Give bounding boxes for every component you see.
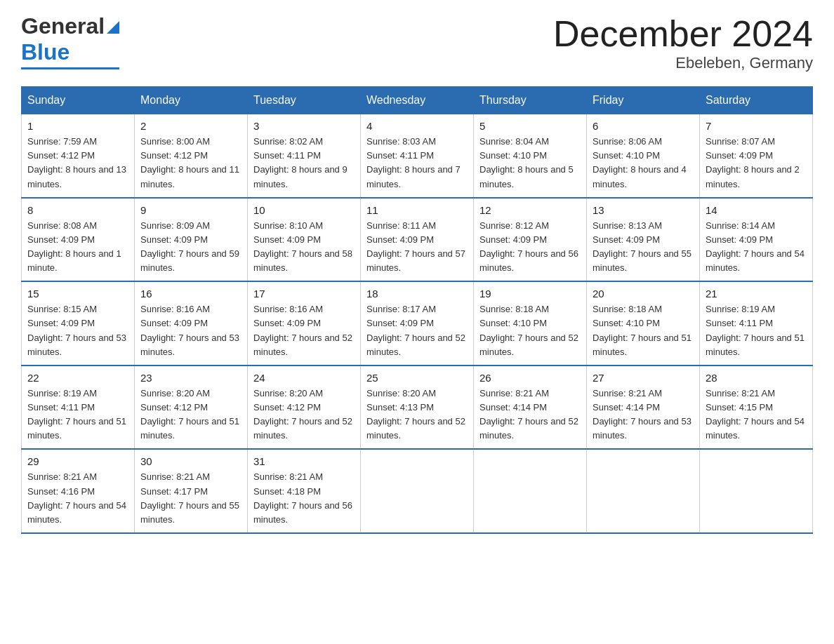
table-row: 21 Sunrise: 8:19 AM Sunset: 4:11 PM Dayl… (700, 281, 813, 365)
day-number: 30 (140, 455, 241, 467)
day-number: 21 (706, 288, 807, 300)
table-row: 15 Sunrise: 8:15 AM Sunset: 4:09 PM Dayl… (22, 281, 135, 365)
day-number: 28 (706, 372, 807, 384)
day-info: Sunrise: 8:21 AM Sunset: 4:14 PM Dayligh… (593, 387, 694, 443)
col-thursday: Thursday (474, 87, 587, 114)
table-row: 2 Sunrise: 8:00 AM Sunset: 4:12 PM Dayli… (135, 114, 248, 198)
day-info: Sunrise: 8:21 AM Sunset: 4:18 PM Dayligh… (253, 470, 355, 527)
calendar-week-row: 15 Sunrise: 8:15 AM Sunset: 4:09 PM Dayl… (22, 281, 813, 365)
calendar-week-row: 8 Sunrise: 8:08 AM Sunset: 4:09 PM Dayli… (22, 198, 813, 282)
table-row: 19 Sunrise: 8:18 AM Sunset: 4:10 PM Dayl… (474, 281, 587, 365)
logo-arrow-icon (107, 21, 119, 34)
day-number: 31 (253, 455, 355, 467)
day-info: Sunrise: 8:16 AM Sunset: 4:09 PM Dayligh… (140, 302, 241, 359)
table-row: 3 Sunrise: 8:02 AM Sunset: 4:11 PM Dayli… (248, 114, 361, 198)
day-number: 9 (140, 204, 241, 216)
day-info: Sunrise: 8:16 AM Sunset: 4:09 PM Dayligh… (253, 302, 355, 359)
logo-underline (21, 67, 119, 69)
table-row (587, 449, 700, 533)
calendar-month-year: December 2024 (553, 14, 813, 54)
day-info: Sunrise: 8:10 AM Sunset: 4:09 PM Dayligh… (253, 219, 355, 276)
table-row: 31 Sunrise: 8:21 AM Sunset: 4:18 PM Dayl… (248, 449, 361, 533)
day-number: 3 (253, 120, 355, 132)
calendar-header-row: Sunday Monday Tuesday Wednesday Thursday… (22, 87, 813, 114)
day-info: Sunrise: 8:19 AM Sunset: 4:11 PM Dayligh… (27, 387, 128, 443)
day-number: 6 (593, 120, 694, 132)
table-row: 24 Sunrise: 8:20 AM Sunset: 4:12 PM Dayl… (248, 365, 361, 450)
calendar-title-block: December 2024 Ebeleben, Germany (553, 14, 813, 72)
col-friday: Friday (587, 87, 700, 114)
table-row: 10 Sunrise: 8:10 AM Sunset: 4:09 PM Dayl… (248, 198, 361, 282)
table-row: 26 Sunrise: 8:21 AM Sunset: 4:14 PM Dayl… (474, 365, 587, 450)
logo: General Blue (21, 14, 119, 69)
day-info: Sunrise: 8:20 AM Sunset: 4:13 PM Dayligh… (366, 387, 468, 443)
logo-blue-text: Blue (21, 39, 70, 65)
table-row: 20 Sunrise: 8:18 AM Sunset: 4:10 PM Dayl… (587, 281, 700, 365)
day-info: Sunrise: 8:08 AM Sunset: 4:09 PM Dayligh… (27, 219, 128, 276)
day-number: 18 (366, 288, 468, 300)
day-info: Sunrise: 8:12 AM Sunset: 4:09 PM Dayligh… (479, 219, 581, 276)
table-row: 8 Sunrise: 8:08 AM Sunset: 4:09 PM Dayli… (22, 198, 135, 282)
day-number: 7 (706, 120, 807, 132)
table-row: 12 Sunrise: 8:12 AM Sunset: 4:09 PM Dayl… (474, 198, 587, 282)
table-row: 25 Sunrise: 8:20 AM Sunset: 4:13 PM Dayl… (361, 365, 474, 450)
calendar-week-row: 22 Sunrise: 8:19 AM Sunset: 4:11 PM Dayl… (22, 365, 813, 450)
table-row: 7 Sunrise: 8:07 AM Sunset: 4:09 PM Dayli… (700, 114, 813, 198)
day-number: 25 (366, 372, 468, 384)
col-sunday: Sunday (22, 87, 135, 114)
day-number: 14 (706, 204, 807, 216)
table-row (474, 449, 587, 533)
col-saturday: Saturday (700, 87, 813, 114)
day-info: Sunrise: 8:06 AM Sunset: 4:10 PM Dayligh… (593, 135, 694, 192)
day-info: Sunrise: 8:21 AM Sunset: 4:16 PM Dayligh… (27, 470, 128, 527)
calendar-table: Sunday Monday Tuesday Wednesday Thursday… (21, 86, 813, 534)
day-info: Sunrise: 8:00 AM Sunset: 4:12 PM Dayligh… (140, 135, 241, 192)
table-row: 23 Sunrise: 8:20 AM Sunset: 4:12 PM Dayl… (135, 365, 248, 450)
table-row: 30 Sunrise: 8:21 AM Sunset: 4:17 PM Dayl… (135, 449, 248, 533)
day-number: 23 (140, 372, 241, 384)
day-info: Sunrise: 8:19 AM Sunset: 4:11 PM Dayligh… (706, 302, 807, 359)
table-row: 4 Sunrise: 8:03 AM Sunset: 4:11 PM Dayli… (361, 114, 474, 198)
table-row: 17 Sunrise: 8:16 AM Sunset: 4:09 PM Dayl… (248, 281, 361, 365)
day-info: Sunrise: 8:20 AM Sunset: 4:12 PM Dayligh… (253, 387, 355, 443)
day-number: 5 (479, 120, 581, 132)
day-info: Sunrise: 8:18 AM Sunset: 4:10 PM Dayligh… (479, 302, 581, 359)
day-number: 1 (27, 120, 128, 132)
table-row: 22 Sunrise: 8:19 AM Sunset: 4:11 PM Dayl… (22, 365, 135, 450)
day-number: 15 (27, 288, 128, 300)
table-row (700, 449, 813, 533)
day-info: Sunrise: 8:11 AM Sunset: 4:09 PM Dayligh… (366, 219, 468, 276)
calendar-week-row: 29 Sunrise: 8:21 AM Sunset: 4:16 PM Dayl… (22, 449, 813, 533)
day-number: 11 (366, 204, 468, 216)
day-number: 2 (140, 120, 241, 132)
table-row (361, 449, 474, 533)
table-row: 14 Sunrise: 8:14 AM Sunset: 4:09 PM Dayl… (700, 198, 813, 282)
table-row: 28 Sunrise: 8:21 AM Sunset: 4:15 PM Dayl… (700, 365, 813, 450)
day-number: 13 (593, 204, 694, 216)
day-number: 19 (479, 288, 581, 300)
day-number: 12 (479, 204, 581, 216)
day-info: Sunrise: 8:17 AM Sunset: 4:09 PM Dayligh… (366, 302, 468, 359)
day-number: 29 (27, 455, 128, 467)
col-monday: Monday (135, 87, 248, 114)
day-number: 22 (27, 372, 128, 384)
col-tuesday: Tuesday (248, 87, 361, 114)
day-number: 20 (593, 288, 694, 300)
table-row: 9 Sunrise: 8:09 AM Sunset: 4:09 PM Dayli… (135, 198, 248, 282)
table-row: 29 Sunrise: 8:21 AM Sunset: 4:16 PM Dayl… (22, 449, 135, 533)
table-row: 5 Sunrise: 8:04 AM Sunset: 4:10 PM Dayli… (474, 114, 587, 198)
table-row: 1 Sunrise: 7:59 AM Sunset: 4:12 PM Dayli… (22, 114, 135, 198)
day-info: Sunrise: 8:14 AM Sunset: 4:09 PM Dayligh… (706, 219, 807, 276)
col-wednesday: Wednesday (361, 87, 474, 114)
table-row: 16 Sunrise: 8:16 AM Sunset: 4:09 PM Dayl… (135, 281, 248, 365)
day-info: Sunrise: 8:20 AM Sunset: 4:12 PM Dayligh… (140, 387, 241, 443)
day-number: 8 (27, 204, 128, 216)
day-info: Sunrise: 8:15 AM Sunset: 4:09 PM Dayligh… (27, 302, 128, 359)
day-number: 10 (253, 204, 355, 216)
table-row: 13 Sunrise: 8:13 AM Sunset: 4:09 PM Dayl… (587, 198, 700, 282)
table-row: 27 Sunrise: 8:21 AM Sunset: 4:14 PM Dayl… (587, 365, 700, 450)
day-number: 4 (366, 120, 468, 132)
day-info: Sunrise: 8:18 AM Sunset: 4:10 PM Dayligh… (593, 302, 694, 359)
day-info: Sunrise: 8:04 AM Sunset: 4:10 PM Dayligh… (479, 135, 581, 192)
day-number: 27 (593, 372, 694, 384)
